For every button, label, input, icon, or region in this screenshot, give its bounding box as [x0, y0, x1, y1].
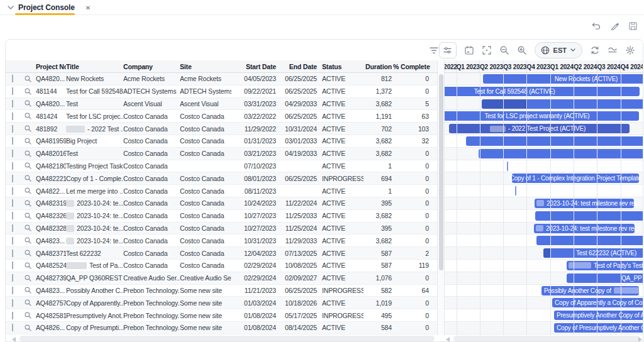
row-checkbox[interactable]	[12, 187, 13, 195]
gantt-task-bar[interactable]	[512, 174, 639, 183]
row-search-icon[interactable]	[25, 312, 36, 319]
row-settings-button[interactable]	[439, 42, 457, 58]
timezone-select[interactable]: EST	[535, 42, 582, 58]
row-search-icon[interactable]	[25, 162, 36, 169]
table-row[interactable]: QA4823282023-10-24: te...Costco CanadaCo…	[6, 223, 437, 235]
gantt-task-bar[interactable]	[536, 236, 643, 245]
row-search-icon[interactable]	[25, 125, 36, 132]
row-search-icon[interactable]	[25, 250, 36, 256]
edit-button[interactable]	[609, 21, 619, 31]
levels-button[interactable]	[608, 45, 618, 55]
row-search-icon[interactable]	[25, 187, 36, 194]
row-search-icon[interactable]	[25, 262, 36, 269]
gantt-scroll-left-arrow[interactable]	[446, 337, 450, 342]
table-row[interactable]: QA482180Testing Project TasksCostco Cana…	[6, 160, 437, 173]
row-search-icon[interactable]	[25, 75, 36, 82]
row-search-icon[interactable]	[25, 200, 36, 207]
row-checkbox[interactable]	[12, 113, 13, 120]
table-row[interactable]: QA482016TestCostco CanadaCostco Canada03…	[6, 148, 437, 160]
row-checkbox[interactable]	[12, 137, 13, 145]
gantt-task-bar[interactable]	[466, 136, 643, 146]
table-row[interactable]: AQ482739QA_PP Q360REST ...Creative Audio…	[6, 272, 437, 285]
row-checkbox[interactable]	[12, 150, 13, 157]
tab-project-console[interactable]: Project Console ✕	[5, 0, 94, 15]
table-row[interactable]: AQ482757Copy of Apparently...Prebon Tech…	[6, 297, 437, 309]
zoom-in-button[interactable]	[517, 45, 527, 55]
close-icon[interactable]: ✕	[86, 4, 91, 11]
row-checkbox[interactable]	[12, 75, 13, 82]
gantt-task-bar[interactable]	[535, 211, 643, 221]
row-checkbox[interactable]	[12, 224, 13, 232]
row-search-icon[interactable]	[25, 237, 36, 244]
row-checkbox[interactable]	[12, 299, 13, 307]
row-checkbox[interactable]	[12, 87, 13, 95]
gantt-task-bar[interactable]	[543, 248, 643, 258]
gantt-task-bar[interactable]	[482, 99, 643, 109]
gantt-task-bar[interactable]	[567, 273, 643, 283]
row-search-icon[interactable]	[25, 138, 36, 145]
gantt-task-bar[interactable]	[535, 199, 634, 208]
row-checkbox[interactable]	[12, 175, 13, 182]
row-search-icon[interactable]	[25, 88, 36, 95]
undo-button[interactable]	[591, 21, 601, 31]
table-row[interactable]: AQ482581Presumptively Anot...Prebon Tech…	[6, 309, 437, 322]
row-checkbox[interactable]	[12, 212, 13, 219]
table-row[interactable]: QA482524Test of Pa...Costco CanadaCostco…	[6, 260, 437, 272]
gantt-task-bar[interactable]	[449, 124, 630, 133]
row-search-icon[interactable]	[25, 275, 36, 282]
gantt-milestone-tick[interactable]	[507, 162, 508, 171]
gantt-task-bar[interactable]	[541, 286, 639, 295]
table-row[interactable]: QA4822...Let me merge into ...Costco Can…	[6, 185, 437, 197]
row-search-icon[interactable]	[25, 150, 36, 157]
row-checkbox[interactable]	[12, 237, 13, 245]
table-row[interactable]: QA4820...TestAscent VisualAscent Visual0…	[6, 98, 437, 111]
table-row[interactable]: QA4823262023-10-24: te...Costco CanadaCo…	[6, 210, 437, 223]
row-checkbox[interactable]	[12, 125, 13, 133]
row-checkbox[interactable]	[12, 199, 13, 207]
fit-screen-button[interactable]	[482, 45, 492, 55]
table-row[interactable]: QA4823...2023-10-24: te...Costco CanadaC…	[6, 234, 437, 247]
table-row[interactable]: QA481959Big ProjectCostco CanadaCostco C…	[6, 135, 437, 148]
filter-button[interactable]	[428, 45, 440, 56]
row-search-icon[interactable]	[25, 287, 36, 294]
row-search-icon[interactable]	[25, 175, 36, 182]
calendar-button[interactable]	[464, 45, 474, 55]
gantt-task-bar[interactable]	[445, 111, 639, 121]
vertical-scrollbar[interactable]	[437, 60, 445, 335]
table-row[interactable]: QA4820...New RocketsAcme RocketsAcme Roc…	[6, 73, 437, 86]
table-hscroll-thumb[interactable]	[19, 336, 435, 341]
table-row[interactable]: QA482371Test 622232Costco CanadaCostco C…	[6, 247, 437, 260]
table-row[interactable]: 481144Test for Call 592548ADTECH Systems…	[6, 86, 437, 98]
save-button[interactable]	[628, 21, 638, 31]
row-checkbox[interactable]	[12, 274, 13, 282]
gantt-task-bar[interactable]	[479, 149, 643, 158]
row-search-icon[interactable]	[25, 100, 36, 107]
row-checkbox[interactable]	[12, 262, 13, 269]
zoom-out-button[interactable]	[499, 45, 509, 55]
row-search-icon[interactable]	[25, 212, 36, 219]
gantt-task-bar[interactable]	[567, 261, 643, 270]
gantt-task-bar[interactable]	[552, 298, 643, 307]
table-row[interactable]: AQ4826...Copy of Presumpti...Prebon Tech…	[6, 322, 437, 334]
gantt-hscroll-thumb[interactable]	[453, 336, 640, 341]
gantt-task-bar[interactable]	[554, 323, 643, 333]
row-search-icon[interactable]	[25, 113, 36, 119]
row-checkbox[interactable]	[12, 312, 13, 319]
table-row[interactable]: QA4823...Possibly Another C...Prebon Tec…	[6, 285, 437, 297]
table-row[interactable]: QA482221Copy of 1 - Comple...Costco Cana…	[6, 172, 437, 185]
row-checkbox[interactable]	[12, 324, 13, 331]
row-checkbox[interactable]	[12, 100, 13, 108]
row-checkbox[interactable]	[12, 287, 13, 294]
refresh-button[interactable]	[590, 45, 600, 55]
gantt-task-bar[interactable]	[445, 87, 640, 96]
gantt-milestone-tick[interactable]	[515, 186, 516, 196]
row-checkbox[interactable]	[12, 162, 13, 170]
gantt-task-bar[interactable]	[483, 74, 643, 84]
table-row[interactable]: 481892- 2022 Test ...Costco CanadaCostco…	[6, 123, 437, 135]
table-row[interactable]: 481424Test for LSC projec...Costco Canad…	[6, 110, 437, 123]
row-search-icon[interactable]	[25, 324, 36, 331]
gantt-task-bar[interactable]	[534, 224, 635, 233]
gantt-scroll-right-arrow[interactable]	[638, 337, 642, 342]
vertical-scrollbar-thumb[interactable]	[439, 74, 443, 270]
gantt-task-bar[interactable]	[554, 311, 643, 320]
